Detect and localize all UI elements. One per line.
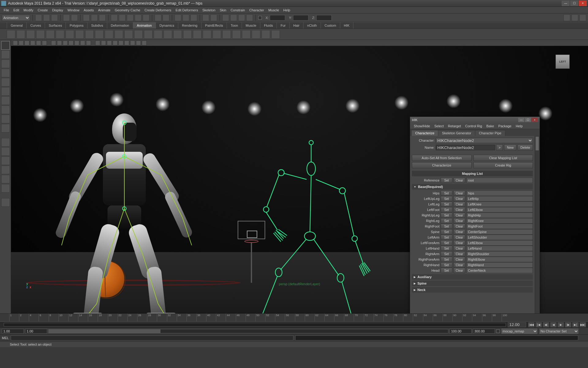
shelf-tab[interactable]: Deformation <box>107 22 133 29</box>
xray-joints-icon[interactable] <box>101 40 106 45</box>
hik-minimize-icon[interactable]: — <box>518 118 524 122</box>
hik-menu-item[interactable]: Help <box>514 124 525 128</box>
save-scene-icon[interactable] <box>51 14 58 21</box>
snap-live-icon[interactable] <box>143 14 149 21</box>
shelf-icon[interactable] <box>56 30 64 39</box>
shading-menu-icon[interactable] <box>19 40 24 45</box>
clear-button[interactable]: Clear <box>454 201 465 207</box>
range-slider[interactable] <box>48 329 448 333</box>
render-view-icon[interactable] <box>202 14 209 21</box>
delete-button[interactable]: Delete <box>518 144 533 151</box>
sidebar-toggle-icon[interactable] <box>564 14 570 21</box>
set-button[interactable]: Set <box>441 246 452 251</box>
two-pane-layout-icon[interactable] <box>1 156 10 165</box>
smooth-shade-icon[interactable] <box>63 40 68 45</box>
shelf-icon[interactable] <box>173 30 182 39</box>
step-forward-frame-icon[interactable]: |▶ <box>565 322 571 328</box>
maximize-button[interactable]: ☐ <box>570 1 578 6</box>
map-field[interactable]: LeftElbow <box>466 240 533 246</box>
resolution-gate-icon[interactable] <box>119 40 123 45</box>
shelf-icon[interactable] <box>7 30 15 39</box>
shelf-icon[interactable] <box>203 30 211 39</box>
clear-button[interactable]: Clear <box>454 178 465 183</box>
menu-item[interactable]: Edit <box>12 8 21 13</box>
map-field[interactable]: CenterSpine <box>466 229 533 235</box>
current-time-field[interactable] <box>508 322 526 327</box>
isolate-select-icon[interactable] <box>51 40 56 45</box>
last-tool-icon[interactable] <box>1 124 10 132</box>
clear-button[interactable]: Clear <box>454 257 465 262</box>
field-chart-icon[interactable] <box>130 40 135 45</box>
map-field[interactable]: LeftKnee <box>466 201 533 207</box>
channel-box-icon[interactable] <box>579 14 586 21</box>
play-backward-icon[interactable]: ◀ <box>550 322 557 328</box>
shelf-icon[interactable] <box>115 30 123 39</box>
anim-layer-dropdown[interactable]: mocap_remap <box>501 328 538 334</box>
base-group-header[interactable]: Base(Required) <box>412 184 533 190</box>
hik-menu-item[interactable]: Bake <box>484 124 496 128</box>
show-menu-icon[interactable] <box>30 40 35 45</box>
rotate-tool-icon[interactable] <box>1 78 10 86</box>
new-button[interactable]: New <box>504 144 516 151</box>
set-button[interactable]: Set <box>441 257 452 262</box>
shelf-tab[interactable]: HIK <box>340 22 353 29</box>
map-field[interactable]: RightShoulder <box>466 251 533 257</box>
clear-button[interactable]: Clear <box>454 251 465 257</box>
shelf-icon[interactable] <box>213 30 221 39</box>
set-button[interactable]: Set <box>441 235 452 240</box>
autokey-toggle[interactable] <box>496 329 500 333</box>
create-rig-button[interactable]: Create Rig <box>473 162 533 168</box>
map-field[interactable]: LeftElbow <box>466 207 533 213</box>
render-settings-icon[interactable] <box>190 14 197 21</box>
reference-field[interactable]: root <box>466 178 533 183</box>
shelf-options-icon[interactable] <box>582 22 588 28</box>
shelf-icon[interactable] <box>17 30 25 39</box>
shelf-icon[interactable] <box>232 30 241 39</box>
shelf-tab[interactable]: Fluids <box>260 22 277 29</box>
shelf-icon[interactable] <box>154 30 162 39</box>
shelf-tab[interactable]: Polygons <box>66 22 87 29</box>
go-button[interactable]: > <box>496 144 503 151</box>
shelf-icon[interactable] <box>164 30 172 39</box>
shelf-tab[interactable]: Custom <box>321 22 340 29</box>
neck-group-header[interactable]: Neck <box>412 287 533 293</box>
custom-layout-icon[interactable] <box>1 198 10 207</box>
viewport-persp[interactable]: LEFT yz x persp (defaultRenderLayer) HIK… <box>11 46 588 313</box>
hypershade-icon[interactable] <box>210 14 217 21</box>
shelf-icon[interactable] <box>95 30 104 39</box>
clear-button[interactable]: Clear <box>454 246 465 251</box>
menu-item[interactable]: Edit Deformers <box>174 8 200 13</box>
map-field[interactable]: RightFoot <box>466 224 533 229</box>
persp-outliner-layout-icon[interactable] <box>1 166 10 174</box>
range-start-field[interactable] <box>25 329 47 334</box>
textured-icon[interactable] <box>69 40 74 45</box>
safe-action-icon[interactable] <box>136 40 141 45</box>
hik-menu-item[interactable]: Retarget <box>446 124 463 128</box>
step-back-frame-icon[interactable]: ◀| <box>543 322 549 328</box>
map-field[interactable]: LeftShoulder <box>466 235 533 240</box>
name-field[interactable] <box>436 145 495 150</box>
set-button[interactable]: Set <box>441 268 452 273</box>
render-icon[interactable] <box>175 14 181 21</box>
hik-tab[interactable]: Character Pipe <box>475 130 505 136</box>
character-set-dropdown[interactable]: No Character Set <box>539 328 579 334</box>
scale-tool-icon[interactable] <box>1 87 10 96</box>
panels-menu-icon[interactable] <box>42 40 47 45</box>
set-button[interactable]: Set <box>441 201 452 207</box>
play-forward-icon[interactable]: ▶ <box>557 322 564 328</box>
menu-item[interactable]: Help <box>281 8 292 13</box>
universal-manip-icon[interactable] <box>1 96 10 105</box>
shelf-tab[interactable]: Curves <box>26 22 45 29</box>
menu-item[interactable]: Character <box>247 8 266 13</box>
shelf-icon[interactable] <box>124 30 133 39</box>
time-track[interactable] <box>4 323 506 327</box>
shelf-tab[interactable]: Subdivs <box>87 22 107 29</box>
shelf-icon[interactable] <box>144 30 153 39</box>
playback-prefs-icon[interactable] <box>580 328 586 334</box>
undo-icon[interactable] <box>63 14 70 21</box>
shelf-icon[interactable] <box>75 30 84 39</box>
shelf-tab[interactable]: PaintEffects <box>201 22 227 29</box>
shelf-tab[interactable]: nCloth <box>303 22 321 29</box>
menu-item[interactable]: Geometry Cache <box>113 8 142 13</box>
menu-item[interactable]: Display <box>50 8 65 13</box>
